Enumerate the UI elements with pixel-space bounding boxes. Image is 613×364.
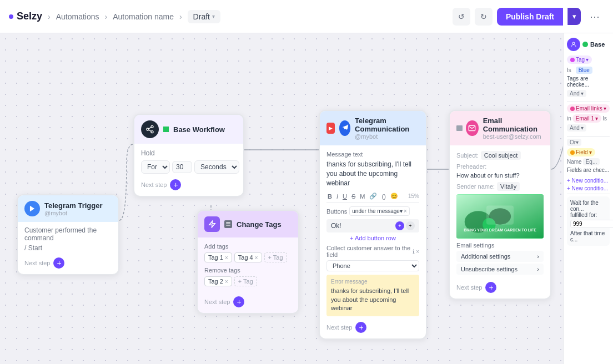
tg-comm-next-step: Next step + xyxy=(320,322,426,338)
sender-label: Sender name: xyxy=(456,183,495,190)
base-title-group: Base Workflow xyxy=(173,125,225,134)
tags-icon2 xyxy=(224,220,232,228)
wait-label: Wait for the con... xyxy=(570,200,606,212)
trigger-header: Telegram Trigger @mybot xyxy=(18,195,118,222)
field-chevron-icon: ▾ xyxy=(589,149,592,155)
or-button[interactable]: Or ▾ xyxy=(567,139,581,146)
panel-tag-section: Tag ▾ Is Blue Tags are checke... And ▾ xyxy=(567,55,610,97)
email1-label: Email 1 xyxy=(576,115,594,122)
buttons-position-select[interactable]: under the message ▾ × xyxy=(349,206,409,216)
email1-select[interactable]: Email 1 ▾ xyxy=(572,114,601,123)
change-tags-header: Change Tags xyxy=(198,211,298,237)
email-next-step: Next step + xyxy=(450,282,550,299)
add-tags-list: Tag 1 × Tag 4 × + Tag xyxy=(204,252,292,262)
and2-chevron-icon: ▾ xyxy=(581,125,584,131)
base-next-step-label: Next step xyxy=(141,181,167,188)
email-next-step-button[interactable]: + xyxy=(485,282,496,293)
publish-dropdown-button[interactable]: ▾ xyxy=(567,8,581,25)
and1-button[interactable]: And ▾ xyxy=(567,90,586,97)
redo-button[interactable]: ↻ xyxy=(475,8,493,26)
trigger-next-step-button[interactable]: + xyxy=(53,257,64,269)
ok-add-icon[interactable]: + xyxy=(406,221,415,230)
variable-button[interactable]: 😊 xyxy=(389,192,399,200)
panel-field-section: Field ▾ Name Eq... Fields are chec... xyxy=(567,148,610,173)
bold-button[interactable]: B xyxy=(326,193,333,200)
subject-row: Subject: Cool subject xyxy=(456,151,544,160)
msg-text[interactable]: thanks for subscribing, I'll tell you ab… xyxy=(326,160,419,188)
email-comm-title: Email Communication xyxy=(483,117,544,133)
svg-point-18 xyxy=(572,42,575,44)
strikethrough-button[interactable]: S xyxy=(350,193,356,200)
tg-comm-body: Message text thanks for subscribing, I'l… xyxy=(320,145,426,322)
base-next-step-button[interactable]: + xyxy=(170,179,181,190)
link-button[interactable]: 🔗 xyxy=(368,192,378,200)
hold-unit-select[interactable]: Seconds xyxy=(194,160,239,174)
email-settings-label: Email settings xyxy=(456,242,544,249)
new-condition-2[interactable]: + New conditio... xyxy=(567,185,610,191)
and2-button[interactable]: And ▾ xyxy=(567,124,586,132)
in-email1-row: in Email 1 ▾ Is xyxy=(567,114,610,123)
trigger-plus-icon: + xyxy=(57,259,61,267)
and1-label: And xyxy=(570,90,580,97)
trigger-next-step: Next step + xyxy=(18,257,118,274)
svg-line-5 xyxy=(149,127,152,129)
eq-label: Eq... xyxy=(583,158,600,165)
unsubscribe-settings-label: Unsubscribe settings xyxy=(461,266,517,272)
buttons-close-icon[interactable]: × xyxy=(404,208,407,214)
remove-tag-button[interactable]: + Tag xyxy=(234,276,257,286)
tag-condition-chip[interactable]: Tag ▾ xyxy=(567,55,592,64)
breadcrumb-automations[interactable]: Automations xyxy=(56,12,99,21)
email-links-label: Email links xyxy=(576,105,602,112)
tags-plus-icon: + xyxy=(237,298,241,306)
email-header-icon1 xyxy=(456,125,463,131)
tags-next-step: Next step + xyxy=(198,296,298,313)
tag-4-label: Tag 4 xyxy=(238,254,253,261)
hold-duration-input[interactable] xyxy=(172,161,192,173)
italic-button[interactable]: I xyxy=(335,193,339,200)
tag-4-remove[interactable]: × xyxy=(255,255,258,261)
base-plus-icon: + xyxy=(173,181,178,189)
name-eq-row: Name Eq... xyxy=(567,158,610,165)
breadcrumb-automation-name[interactable]: Automation name xyxy=(113,12,174,21)
new-condition-1[interactable]: + New conditio... xyxy=(567,178,610,184)
phone-select[interactable]: Phone xyxy=(326,260,419,271)
undo-button[interactable]: ↺ xyxy=(453,8,470,26)
hold-for-select[interactable]: For xyxy=(141,160,170,174)
telegram-comm-node: ▶ Telegram Communication @mybot Message … xyxy=(319,110,427,340)
svg-rect-7 xyxy=(226,222,230,223)
hold-controls: For Seconds xyxy=(141,160,237,174)
code-button[interactable]: M xyxy=(359,193,366,200)
draft-badge[interactable]: Draft ▾ xyxy=(188,10,220,23)
tag-1-remove[interactable]: × xyxy=(225,255,228,261)
underline-button[interactable]: U xyxy=(341,193,348,200)
svg-rect-8 xyxy=(226,224,230,224)
panel-email-section: Email links ▾ in Email 1 ▾ Is And ▾ xyxy=(567,104,610,132)
ok-button-row: Ok! + + xyxy=(326,219,419,232)
wait-value-input[interactable] xyxy=(570,220,613,228)
is2-label: Is xyxy=(602,115,607,122)
email-links-chip[interactable]: Email links ▾ xyxy=(567,104,610,113)
tags-next-step-button[interactable]: + xyxy=(233,296,244,307)
canvas[interactable]: Telegram Trigger @mybot Customer perform… xyxy=(0,33,613,364)
publish-button[interactable]: Publish Draft xyxy=(497,8,563,26)
wait-fulfilled-label: fulfilled for: xyxy=(570,212,606,218)
svg-text:BRING YOUR DREAM GARDEN TO LIF: BRING YOUR DREAM GARDEN TO LIFE xyxy=(464,228,536,232)
change-tags-node: Change Tags Add tags Tag 1 × Tag 4 × + T… xyxy=(197,210,299,314)
base-next-step: Next step + xyxy=(134,179,243,196)
tags-icon-bg xyxy=(204,216,220,232)
email-comm-title-group: Email Communication best-user@selzy.com xyxy=(483,117,544,140)
unsubscribe-settings-row[interactable]: Unsubscribe settings › xyxy=(456,264,544,275)
additional-settings-row[interactable]: Additional settings › xyxy=(456,251,544,262)
add-button-row[interactable]: + Add button row xyxy=(326,235,419,241)
svg-line-4 xyxy=(149,130,152,132)
base-status-dot xyxy=(163,127,169,132)
tags-checked-label: Tags are checke... xyxy=(567,75,610,88)
add-tag-button[interactable]: + Tag xyxy=(264,252,287,262)
collect-close-icon[interactable]: × xyxy=(416,249,419,255)
emoji-button[interactable]: () xyxy=(380,193,386,200)
tag-2-remove[interactable]: × xyxy=(225,279,228,285)
ok-settings-icon[interactable]: + xyxy=(395,221,404,230)
tg-comm-next-step-button[interactable]: + xyxy=(355,322,366,333)
field-condition-chip[interactable]: Field ▾ xyxy=(567,148,595,156)
more-options-button[interactable]: ⋯ xyxy=(585,8,604,25)
